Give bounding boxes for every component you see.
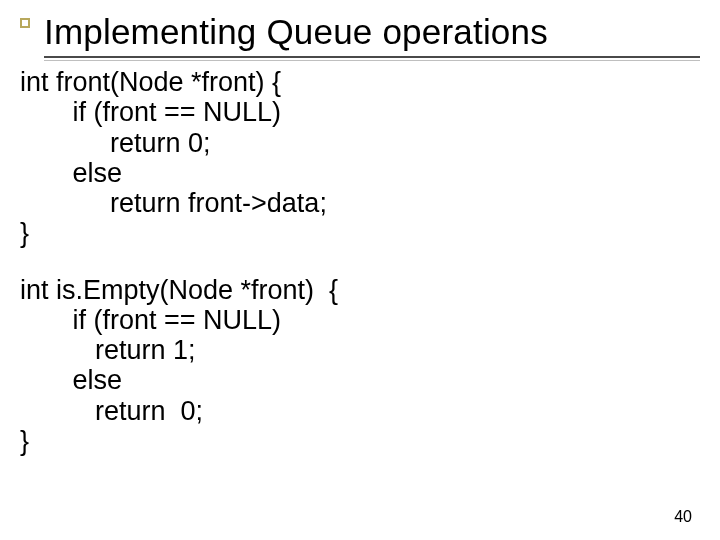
title-block: Implementing Queue operations: [20, 12, 700, 61]
slide-title: Implementing Queue operations: [44, 12, 700, 52]
code-block-isempty: int is.Empty(Node *front) { if (front ==…: [20, 275, 700, 456]
title-rule-light: [44, 60, 700, 61]
title-rule-dark: [44, 56, 700, 58]
code-block-front: int front(Node *front) { if (front == NU…: [20, 67, 700, 248]
slide-body: int front(Node *front) { if (front == NU…: [20, 67, 700, 456]
page-number: 40: [674, 508, 692, 526]
slide: Implementing Queue operations int front(…: [0, 0, 720, 540]
bullet-square-icon: [20, 18, 30, 28]
